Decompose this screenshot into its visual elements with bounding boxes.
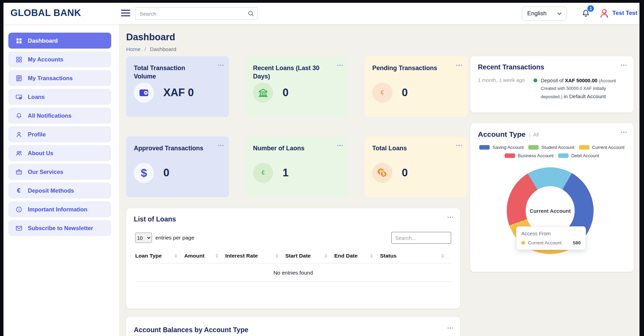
stat-card-title: Pending Transactions bbox=[372, 64, 446, 72]
card-menu-button[interactable] bbox=[336, 63, 344, 67]
legend-item-current-account[interactable]: Current Account bbox=[579, 145, 625, 150]
column-header-loan-type[interactable]: Loan Type bbox=[135, 253, 184, 259]
sidebar-item-label: Subscribe to Newsletter bbox=[28, 225, 93, 232]
search-input[interactable] bbox=[135, 7, 258, 20]
stat-card-value: 0 bbox=[283, 86, 288, 99]
grid-outline-icon bbox=[15, 56, 23, 63]
sort-icon[interactable] bbox=[441, 254, 444, 258]
sidebar-item-label: Loans bbox=[28, 94, 45, 100]
entries-per-page-select[interactable]: 10 bbox=[135, 233, 152, 243]
account-balances-title: Account Balances by Account Type bbox=[134, 326, 248, 334]
stat-card-recent-loans-last-30-days: Recent Loans (Last 30 Days)0 bbox=[245, 56, 348, 117]
card-menu-button[interactable] bbox=[455, 63, 464, 67]
card-menu-button[interactable] bbox=[217, 63, 225, 67]
mail-icon bbox=[15, 224, 23, 232]
legend-item-saving-account[interactable]: Saving Account bbox=[479, 145, 524, 150]
recent-transactions-card: Recent Transactions 1 month, 1 week ago … bbox=[470, 56, 634, 112]
stat-card-pending-transactions: Pending Transactions€0 bbox=[365, 56, 467, 117]
sidebar-item-our-services[interactable]: Our Services bbox=[8, 164, 111, 180]
euro-icon: € bbox=[253, 163, 273, 183]
sidebar-item-subscribe-to-newsletter[interactable]: Subscribe to Newsletter bbox=[8, 220, 111, 236]
legend-label: Student Account bbox=[541, 145, 574, 150]
sort-icon[interactable] bbox=[370, 254, 373, 258]
column-header-start-date[interactable]: Start Date bbox=[285, 253, 334, 259]
svg-text:$: $ bbox=[383, 171, 385, 176]
bell-icon bbox=[15, 112, 23, 119]
donut-center-label: Current Account bbox=[530, 208, 571, 214]
transaction-description: Deposit of XAF 50000.00 (Account Created… bbox=[541, 77, 628, 100]
sidebar-item-label: My Accounts bbox=[28, 56, 63, 63]
stat-card-total-transaction-volume: Total Transaction VolumeXAF 0 bbox=[126, 56, 229, 117]
coins-icon: €$ bbox=[372, 163, 392, 183]
column-header-status[interactable]: Status bbox=[380, 253, 451, 259]
column-header-interest-rate[interactable]: Interest Rate bbox=[225, 253, 285, 259]
legend-label: Business Account bbox=[518, 153, 554, 158]
breadcrumb-home-link[interactable]: Home bbox=[126, 46, 140, 52]
card-menu-button[interactable] bbox=[446, 215, 455, 219]
sort-icon[interactable] bbox=[276, 254, 278, 258]
legend-label: Debit Account bbox=[571, 153, 599, 158]
user-name: Test Test bbox=[612, 10, 637, 17]
legend-label: Current Account bbox=[592, 145, 625, 150]
topbar: GLOBAL BANK English 1 bbox=[3, 3, 639, 24]
account-type-filter-all[interactable]: All bbox=[533, 132, 539, 138]
stat-card-number-of-laons: Number of Laons€1 bbox=[245, 136, 348, 197]
notifications-button[interactable]: 1 bbox=[581, 9, 592, 19]
card-menu-button[interactable] bbox=[455, 143, 464, 148]
bank-icon bbox=[253, 83, 273, 103]
menu-toggle-button[interactable] bbox=[121, 10, 131, 17]
language-select[interactable]: English bbox=[522, 7, 567, 20]
sort-icon[interactable] bbox=[215, 254, 218, 258]
chart-legend: Saving AccountStudent AccountCurrent Acc… bbox=[470, 145, 634, 158]
card-menu-button[interactable] bbox=[446, 326, 455, 330]
legend-label: Saving Account bbox=[492, 145, 524, 150]
legend-item-business-account[interactable]: Business Account bbox=[505, 153, 554, 158]
card-menu-button[interactable] bbox=[620, 63, 628, 67]
table-empty-message: No entries found bbox=[135, 263, 451, 282]
sidebar-item-important-information[interactable]: Important Information bbox=[8, 201, 111, 217]
sort-icon[interactable] bbox=[174, 254, 177, 258]
stat-card-title: Approved Transactions bbox=[134, 144, 207, 152]
column-header-end-date[interactable]: End Date bbox=[334, 253, 380, 259]
main-content: Dashboard Home / Dashboard Total Transac… bbox=[119, 24, 639, 336]
sidebar-item-my-transactions[interactable]: My Transactions bbox=[8, 70, 111, 86]
sidebar-item-about-us[interactable]: About Us bbox=[8, 145, 111, 161]
stat-card-title: Number of Laons bbox=[253, 144, 327, 152]
legend-swatch bbox=[528, 145, 539, 150]
column-header-amount[interactable]: Amount bbox=[184, 253, 225, 259]
legend-item-debit-account[interactable]: Debit Account bbox=[558, 153, 599, 158]
legend-swatch bbox=[579, 145, 589, 150]
legend-swatch bbox=[479, 145, 490, 150]
table-controls: 10 entries per page bbox=[126, 232, 460, 244]
cash-icon bbox=[15, 93, 23, 101]
stat-card-total-loans: Total Loans€$0 bbox=[365, 136, 467, 197]
legend-item-student-account[interactable]: Student Account bbox=[528, 145, 574, 150]
brand-logo: GLOBAL BANK bbox=[10, 8, 81, 18]
notification-badge: 1 bbox=[587, 5, 594, 12]
briefcase-icon bbox=[15, 168, 23, 176]
search-icon[interactable] bbox=[247, 10, 254, 17]
loans-table-card: List of Loans 10 entries per page Loan T… bbox=[126, 208, 460, 309]
column-header-label: Start Date bbox=[285, 253, 311, 259]
stat-card-value: 0 bbox=[163, 167, 169, 179]
table-search-input[interactable] bbox=[391, 232, 451, 244]
sidebar-item-profile[interactable]: Profile bbox=[8, 126, 111, 142]
user-menu[interactable]: Test Test ▾ bbox=[599, 7, 639, 19]
stat-cards: Total Transaction VolumeXAF 0Recent Loan… bbox=[126, 56, 467, 197]
transaction-entry: 1 month, 1 week ago Deposit of XAF 50000… bbox=[470, 71, 634, 100]
sidebar-item-loans[interactable]: Loans bbox=[8, 89, 111, 105]
breadcrumb-separator: / bbox=[145, 46, 146, 52]
sidebar-item-dashboard[interactable]: Dashboard bbox=[8, 33, 111, 49]
stat-card-title: Total Loans bbox=[372, 144, 446, 152]
sidebar-item-deposit-methods[interactable]: €Deposit Methods bbox=[8, 183, 111, 199]
sidebar-item-label: Important Information bbox=[28, 206, 87, 213]
card-menu-button[interactable] bbox=[620, 130, 628, 134]
card-menu-button[interactable] bbox=[336, 143, 344, 148]
sidebar-item-label: My Transactions bbox=[28, 75, 73, 82]
stat-card-approved-transactions: Approved Transactions$0 bbox=[126, 136, 229, 197]
sort-icon[interactable] bbox=[325, 254, 327, 258]
info-icon bbox=[15, 205, 23, 213]
sidebar-item-my-accounts[interactable]: My Accounts bbox=[8, 51, 111, 67]
sidebar-item-all-notifications[interactable]: All Notifications bbox=[8, 108, 111, 124]
card-menu-button[interactable] bbox=[217, 143, 225, 148]
